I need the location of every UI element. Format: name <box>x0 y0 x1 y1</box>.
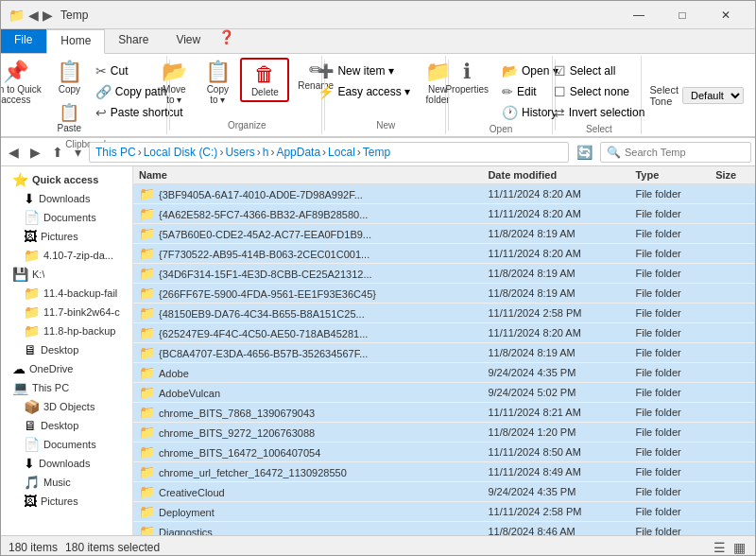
table-row[interactable]: 📁{4A62E582-5FC7-4366-BB32-AF89B28580... … <box>133 204 755 224</box>
path-users[interactable]: Users <box>225 146 254 159</box>
path-h[interactable]: h <box>263 146 269 159</box>
title-bar-forward-icon[interactable]: ▶ <box>43 8 53 23</box>
table-row[interactable]: 📁Deployment 11/11/2024 2:58 PM File fold… <box>133 502 755 522</box>
table-row[interactable]: 📁CreativeCloud 9/24/2024 4:35 PM File fo… <box>133 482 755 502</box>
tone-select[interactable]: Default <box>682 87 744 104</box>
list-view-icon[interactable]: ☰ <box>712 538 728 557</box>
table-row[interactable]: 📁{BC8A4707-E3DA-4656-B57B-352634567F... … <box>133 343 755 363</box>
nav-back-button[interactable]: ◀ <box>5 143 23 162</box>
path-local[interactable]: Local <box>328 146 355 159</box>
maximize-button[interactable]: □ <box>661 1 704 29</box>
close-button[interactable]: ✕ <box>704 1 747 29</box>
tab-home[interactable]: Home <box>46 29 105 54</box>
address-bar: ◀ ▶ ⬆ ▾ This PC › Local Disk (C:) › User… <box>1 138 755 166</box>
minimize-button[interactable]: — <box>617 1 661 29</box>
paste-button[interactable]: 📋 Paste <box>50 100 89 137</box>
search-input[interactable] <box>625 147 755 158</box>
col-type[interactable]: Type <box>629 166 710 184</box>
quick-access-header[interactable]: ⭐ Quick access <box>1 170 132 189</box>
col-modified[interactable]: Date modified <box>482 166 629 184</box>
table-row[interactable]: 📁{5A7B60E0-CDE2-45A2-AC77-EEA0FD1B9... 1… <box>133 224 755 244</box>
nav-3d-objects[interactable]: 📦 3D Objects <box>1 397 132 416</box>
tab-share[interactable]: Share <box>105 29 163 53</box>
folder-icon: 📁 <box>139 425 155 440</box>
copy-button[interactable]: 📋 Copy <box>50 58 89 98</box>
folder-icon: 📁 <box>139 345 155 360</box>
properties-button[interactable]: ℹ Properties <box>438 58 495 98</box>
onedrive-icon: ☁ <box>12 361 26 376</box>
invert-selection-button[interactable]: ⇄ Invert selection <box>549 103 650 122</box>
tab-file[interactable]: File <box>1 29 46 53</box>
file-type: File folder <box>629 443 710 462</box>
nav-downloads-pc[interactable]: ⬇ Downloads <box>1 454 132 473</box>
title-bar-back-icon[interactable]: ◀ <box>28 8 39 23</box>
nav-this-pc[interactable]: 💻 This PC <box>1 378 132 397</box>
file-modified: 11/11/2024 8:20 AM <box>482 204 629 224</box>
file-type: File folder <box>629 363 710 383</box>
path-appdata[interactable]: AppData <box>276 146 320 159</box>
path-this-pc[interactable]: This PC <box>95 146 136 159</box>
folder-icon: 📁 <box>139 186 155 201</box>
nav-onedrive[interactable]: ☁ OneDrive <box>1 359 132 378</box>
table-row[interactable]: 📁{7F730522-AB95-414B-B063-2CEC01C001... … <box>133 244 755 264</box>
table-row[interactable]: 📁{34D6F314-15F1-4E3D-8CBB-CE25A21312... … <box>133 264 755 284</box>
drive-icon-k: 💾 <box>12 267 28 282</box>
title-bar: 📁 ◀ ▶ Temp — □ ✕ <box>1 1 755 29</box>
table-row[interactable]: 📁{625247E9-4F4C-4C50-AE50-718AB45281... … <box>133 323 755 343</box>
detail-view-icon[interactable]: ▦ <box>731 538 747 557</box>
file-type: File folder <box>629 462 710 482</box>
file-size <box>710 323 755 343</box>
file-type: File folder <box>629 224 710 244</box>
nav-documents-pc[interactable]: 📄 Documents <box>1 435 132 454</box>
delete-button[interactable]: 🗑 Delete <box>240 58 289 102</box>
file-size <box>710 383 755 403</box>
search-box[interactable]: 🔍 <box>600 142 751 163</box>
file-size <box>710 184 755 204</box>
path-temp[interactable]: Temp <box>363 146 390 159</box>
select-none-button[interactable]: ☐ Select none <box>549 82 650 101</box>
table-row[interactable]: 📁chrome_BITS_7868_1390679043 11/11/2024 … <box>133 403 755 423</box>
address-path[interactable]: This PC › Local Disk (C:) › Users › h › … <box>89 142 569 163</box>
nav-desktop[interactable]: 🖥 Desktop <box>1 416 132 435</box>
nav-pictures[interactable]: 🖼 Pictures <box>1 227 132 246</box>
organize-group: 📂 Moveto ▾ 📋 Copyto ▾ 🗑 Delete ✏ Rename … <box>172 56 322 134</box>
nav-bink[interactable]: 📁 11.7-bink2w64-c <box>1 303 132 321</box>
nav-documents[interactable]: 📄 Documents <box>1 208 132 227</box>
copy-to-button[interactable]: 📋 Copyto ▾ <box>197 58 238 109</box>
nav-downloads[interactable]: ⬇ Downloads <box>1 189 132 208</box>
table-row[interactable]: 📁{48150EB9-DA76-4C34-B655-B8A151C25... 1… <box>133 304 755 323</box>
nav-up-button[interactable]: ⬆ <box>48 143 67 162</box>
move-to-button[interactable]: 📂 Moveto ▾ <box>153 58 195 109</box>
nav-recent-button[interactable]: ▾ <box>71 143 85 162</box>
table-row[interactable]: 📁Diagnostics 11/8/2024 8:46 AM File fold… <box>133 522 755 536</box>
tab-view[interactable]: View <box>163 29 215 53</box>
nav-forward-button[interactable]: ▶ <box>26 143 44 162</box>
table-row[interactable]: 📁chrome_url_fetcher_16472_1130928550 11/… <box>133 462 755 482</box>
nav-pictures-pc[interactable]: 🖼 Pictures <box>1 492 132 511</box>
file-name: 📁{625247E9-4F4C-4C50-AE50-718AB45281... <box>133 323 482 343</box>
refresh-button[interactable]: 🔄 <box>573 143 596 162</box>
select-all-button[interactable]: ☑ Select all <box>549 61 650 80</box>
nav-k-drive[interactable]: 💾 K:\ <box>1 265 132 284</box>
nav-zip[interactable]: 📁 4.10-7-zip-da... <box>1 246 132 265</box>
col-size[interactable]: Size <box>710 166 755 184</box>
easy-access-button[interactable]: ⚡ Easy access ▾ <box>313 82 415 101</box>
ribbon: File Home Share View ❓ 📌 Pin to Quickacc… <box>1 29 755 138</box>
path-local-disk[interactable]: Local Disk (C:) <box>144 146 218 159</box>
nav-music[interactable]: 🎵 Music <box>1 473 132 492</box>
nav-hp-backup[interactable]: 📁 11.8-hp-backup <box>1 321 132 340</box>
nav-backup-fail[interactable]: 📁 11.4-backup-fail <box>1 284 132 303</box>
table-row[interactable]: 📁chrome_BITS_16472_1006407054 11/11/2024… <box>133 443 755 462</box>
table-row[interactable]: 📁Adobe 9/24/2024 4:35 PM File folder <box>133 363 755 383</box>
file-size <box>710 522 755 536</box>
nav-desktop-qa[interactable]: 🖥 Desktop <box>1 340 132 359</box>
new-item-button[interactable]: ➕ New item ▾ <box>313 61 415 80</box>
table-row[interactable]: 📁{3BF9405A-6A17-4010-AD0E-7D98A992F... 1… <box>133 184 755 204</box>
table-row[interactable]: 📁chrome_BITS_9272_1206763088 11/8/2024 1… <box>133 423 755 443</box>
help-button[interactable]: ❓ <box>218 29 234 53</box>
table-row[interactable]: 📁{266FF67E-5900-4FDA-9561-EE1F93E36C45} … <box>133 284 755 304</box>
col-name[interactable]: Name <box>133 166 482 184</box>
table-row[interactable]: 📁AdobeVulcan 9/24/2024 5:02 PM File fold… <box>133 383 755 403</box>
pin-to-quick-button[interactable]: 📌 Pin to Quickaccess <box>0 58 48 109</box>
folder-icon: 📁 <box>139 246 155 261</box>
